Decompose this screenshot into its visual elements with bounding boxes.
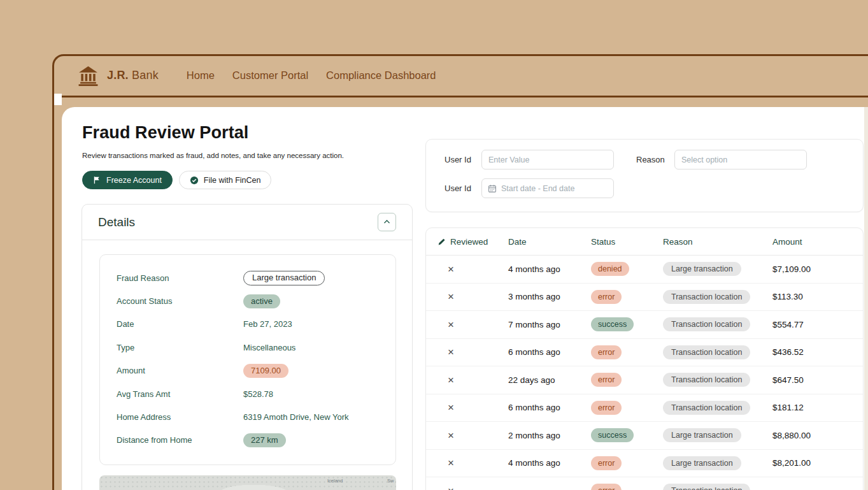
detail-field-label: Date [117, 319, 243, 329]
not-reviewed-x-icon[interactable]: × [448, 485, 454, 490]
not-reviewed-x-icon[interactable]: × [448, 291, 454, 303]
status-cell: success [591, 428, 663, 442]
table-row[interactable]: ×4 months agodeniedLarge transaction$7,1… [426, 256, 863, 284]
detail-field-row: Fraud ReasonLarge transaction [100, 266, 395, 289]
detail-value-pill: 227 km [243, 433, 286, 447]
not-reviewed-x-icon[interactable]: × [448, 429, 454, 442]
reviewed-cell: × [438, 430, 508, 441]
table-row[interactable]: ×6 months agoerrorTransaction location$4… [426, 339, 863, 367]
date-cell: 4 months ago [508, 458, 591, 468]
detail-field-row: Account Statusactive [100, 289, 395, 312]
date-cell: 6 months ago [508, 347, 591, 357]
page-edge-strip [864, 107, 868, 490]
reason-filter-select[interactable] [674, 150, 807, 169]
table-row[interactable]: ×22 days agoerrorTransaction location$64… [426, 366, 863, 394]
reason-badge: Transaction location [663, 290, 750, 304]
date-cell: 3 months ago [508, 292, 591, 301]
reviewed-header-label: Reviewed [450, 237, 488, 247]
nav-item-customer-portal[interactable]: Customer Portal [232, 69, 308, 82]
status-cell: denied [591, 262, 663, 276]
reason-badge: Large transaction [663, 262, 741, 276]
date-cell: 4 months ago [508, 264, 591, 274]
reason-badge: Transaction location [663, 317, 750, 331]
amount-column-header[interactable]: Amount [772, 237, 863, 247]
table-row[interactable]: ×2 months agosuccessLarge transaction$8,… [426, 422, 863, 450]
not-reviewed-x-icon[interactable]: × [448, 346, 454, 358]
reason-column-header[interactable]: Reason [663, 237, 772, 247]
collapse-details-button[interactable] [378, 213, 396, 231]
detail-field-label: Account Status [117, 296, 243, 306]
table-row[interactable]: ×3 months agoerrorTransaction location$1… [426, 284, 863, 312]
main-content-panel: Fraud Review Portal Review transactions … [62, 107, 864, 490]
detail-field-value: active [243, 294, 280, 308]
detail-field-label: Fraud Reason [117, 273, 243, 283]
date-range-placeholder: Start date - End date [501, 184, 574, 193]
status-column-header[interactable]: Status [591, 237, 663, 247]
reason-badge: Transaction location [663, 401, 750, 415]
freeze-account-button[interactable]: Freeze Account [82, 171, 173, 189]
reason-cell: Transaction location [663, 345, 772, 359]
table-row[interactable]: ×7 months agosuccessTransaction location… [426, 311, 863, 339]
table-row[interactable]: ×errorTransaction location [426, 477, 863, 490]
not-reviewed-x-icon[interactable]: × [448, 457, 454, 469]
status-cell: error [591, 401, 663, 415]
brand-name-bold: J.R. [107, 69, 129, 82]
status-badge: error [591, 484, 622, 490]
detail-value-pill: Large transaction [243, 271, 325, 285]
map-place-label: Iceland [327, 478, 343, 484]
reason-filter-label: Reason [636, 155, 665, 164]
reviewed-cell: × [438, 347, 508, 357]
not-reviewed-x-icon[interactable]: × [448, 401, 454, 414]
detail-value-pill: active [243, 294, 280, 308]
reason-cell: Transaction location [663, 290, 772, 304]
check-circle-icon [190, 176, 199, 185]
reviewed-column-header[interactable]: Reviewed [438, 237, 508, 247]
amount-cell: $7,109.00 [772, 264, 863, 274]
map-place-label: Sw [387, 478, 394, 484]
file-fincen-button[interactable]: File with FinCen [179, 171, 272, 189]
detail-field-row: DateFeb 27, 2023 [100, 313, 395, 336]
not-reviewed-x-icon[interactable]: × [448, 374, 454, 386]
reason-cell: Transaction location [663, 401, 772, 415]
reviewed-cell: × [438, 402, 508, 413]
status-cell: error [591, 456, 663, 470]
amount-cell: $113.30 [772, 292, 863, 301]
status-cell: error [591, 290, 663, 304]
detail-field-label: Type [117, 343, 243, 352]
status-badge: success [591, 428, 634, 442]
detail-field-row: Home Address6319 Amoth Drive, New York [100, 405, 395, 428]
file-fincen-label: File with FinCen [204, 176, 261, 185]
reviewed-cell: × [438, 375, 508, 386]
date-range-input[interactable]: Start date - End date [481, 178, 614, 198]
reason-cell: Large transaction [663, 262, 772, 276]
details-title: Details [98, 215, 135, 229]
date-cell: 22 days ago [508, 375, 591, 385]
user-id-filter-input[interactable] [481, 150, 614, 169]
transaction-map[interactable]: IcelandSw [99, 475, 396, 490]
amount-cell: $8,201.00 [772, 458, 863, 468]
detail-field-value: Feb 27, 2023 [243, 319, 292, 329]
reason-badge: Transaction location [663, 345, 750, 359]
table-row[interactable]: ×6 months agoerrorTransaction location$1… [426, 394, 863, 422]
not-reviewed-x-icon[interactable]: × [448, 263, 454, 275]
page-title: Fraud Review Portal [82, 123, 248, 143]
date-cell: 7 months ago [508, 320, 591, 329]
date-column-header[interactable]: Date [508, 237, 591, 247]
status-badge: error [591, 401, 622, 415]
details-card-header: Details [82, 205, 412, 240]
status-cell: success [591, 317, 663, 331]
nav-item-compliance-dashboard[interactable]: Compliance Dashboard [326, 69, 436, 82]
reviewed-cell: × [438, 264, 508, 275]
not-reviewed-x-icon[interactable]: × [448, 319, 454, 331]
action-buttons: Freeze Account File with FinCen [82, 171, 271, 189]
filter-panel: User Id Reason User Id Start date - End … [425, 139, 864, 212]
detail-field-label: Home Address [117, 412, 243, 422]
reason-cell: Transaction location [663, 317, 772, 331]
detail-field-value: Miscellaneous [243, 343, 295, 352]
nav-item-home[interactable]: Home [187, 69, 215, 82]
date-cell: 2 months ago [508, 431, 591, 440]
table-row[interactable]: ×4 months agoerrorLarge transaction$8,20… [426, 450, 863, 478]
amount-cell: $436.52 [772, 347, 863, 357]
top-navbar: J.R. Bank HomeCustomer PortalCompliance … [62, 56, 868, 94]
detail-field-value: 7109.00 [243, 364, 288, 378]
